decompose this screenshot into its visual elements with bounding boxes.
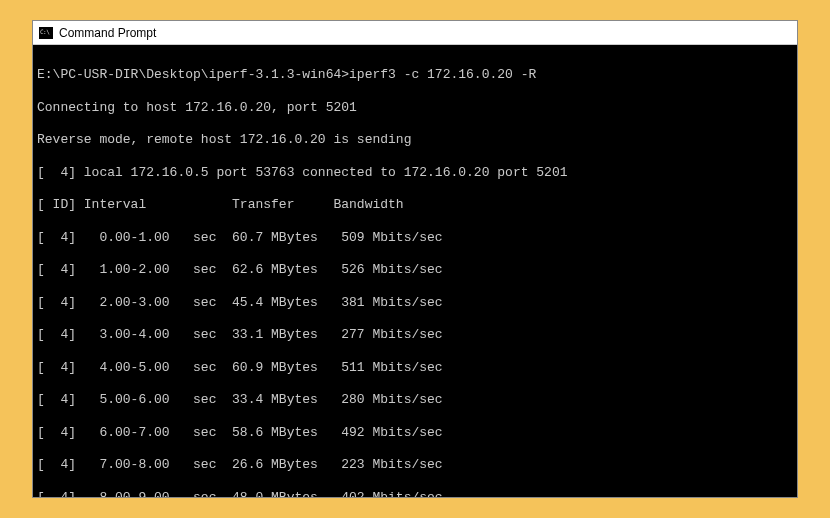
command-prompt-window: Command Prompt E:\PC-USR-DIR\Desktop\ipe… <box>32 20 798 498</box>
table-row: [ 4] 0.00-1.00 sec 60.7 MBytes 509 Mbits… <box>37 230 793 246</box>
table-row: [ 4] 8.00-9.00 sec 48.0 MBytes 402 Mbits… <box>37 490 793 497</box>
table-row: [ 4] 3.00-4.00 sec 33.1 MBytes 277 Mbits… <box>37 327 793 343</box>
table-header: [ ID] Interval Transfer Bandwidth <box>37 197 793 213</box>
prompt-line: E:\PC-USR-DIR\Desktop\iperf-3.1.3-win64>… <box>37 67 793 83</box>
terminal-output[interactable]: E:\PC-USR-DIR\Desktop\iperf-3.1.3-win64>… <box>33 45 797 497</box>
table-row: [ 4] 1.00-2.00 sec 62.6 MBytes 526 Mbits… <box>37 262 793 278</box>
window-title: Command Prompt <box>59 26 156 40</box>
table-row: [ 4] 6.00-7.00 sec 58.6 MBytes 492 Mbits… <box>37 425 793 441</box>
table-row: [ 4] 5.00-6.00 sec 33.4 MBytes 280 Mbits… <box>37 392 793 408</box>
output-line: Reverse mode, remote host 172.16.0.20 is… <box>37 132 793 148</box>
output-line: Connecting to host 172.16.0.20, port 520… <box>37 100 793 116</box>
output-line: [ 4] local 172.16.0.5 port 53763 connect… <box>37 165 793 181</box>
table-row: [ 4] 4.00-5.00 sec 60.9 MBytes 511 Mbits… <box>37 360 793 376</box>
cmd-icon <box>39 27 53 39</box>
table-row: [ 4] 2.00-3.00 sec 45.4 MBytes 381 Mbits… <box>37 295 793 311</box>
title-bar[interactable]: Command Prompt <box>33 21 797 45</box>
table-row: [ 4] 7.00-8.00 sec 26.6 MBytes 223 Mbits… <box>37 457 793 473</box>
